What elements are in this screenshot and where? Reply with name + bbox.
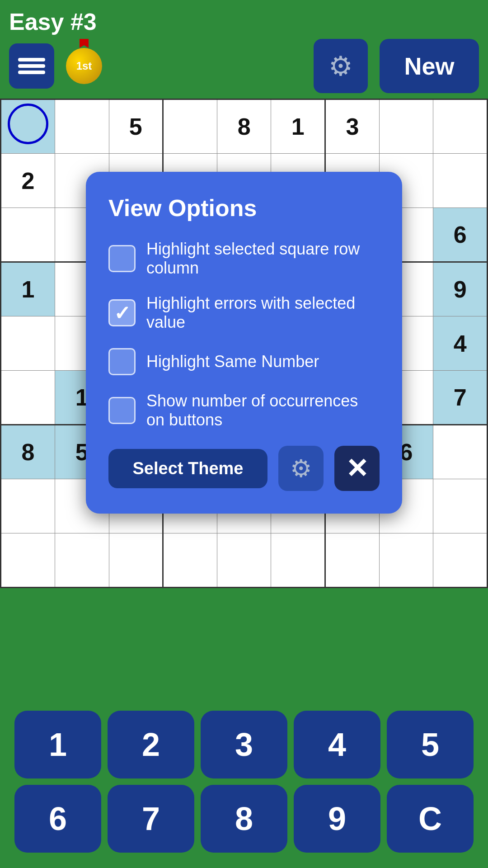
- dialog-settings-button[interactable]: ⚙: [278, 446, 324, 491]
- modal-overlay: View Options Highlight selected square r…: [0, 0, 488, 868]
- dialog-gear-icon: ⚙: [290, 454, 312, 483]
- option-label-4: Show number of occurrences on buttons: [146, 392, 380, 429]
- view-options-dialog: View Options Highlight selected square r…: [86, 172, 402, 514]
- dialog-close-button[interactable]: ✕: [334, 446, 380, 491]
- dialog-buttons: Select Theme ⚙ ✕: [108, 446, 380, 491]
- option-row-3: Highlight Same Number: [108, 348, 380, 375]
- option-row-1: Highlight selected square row column: [108, 240, 380, 278]
- option-row-2: ✓ Highlight errors with selected value: [108, 294, 380, 332]
- select-theme-button[interactable]: Select Theme: [108, 449, 267, 488]
- checkbox-3[interactable]: [108, 348, 136, 375]
- checkbox-1[interactable]: [108, 245, 136, 272]
- option-label-2: Highlight errors with selected value: [146, 294, 380, 332]
- dialog-title: View Options: [108, 194, 380, 222]
- option-row-4: Show number of occurrences on buttons: [108, 392, 380, 429]
- checkbox-4[interactable]: [108, 397, 136, 424]
- check-mark-2: ✓: [114, 302, 131, 325]
- option-label-3: Highlight Same Number: [146, 352, 319, 371]
- close-x-icon: ✕: [346, 453, 368, 484]
- checkbox-2[interactable]: ✓: [108, 299, 136, 326]
- option-label-1: Highlight selected square row column: [146, 240, 380, 278]
